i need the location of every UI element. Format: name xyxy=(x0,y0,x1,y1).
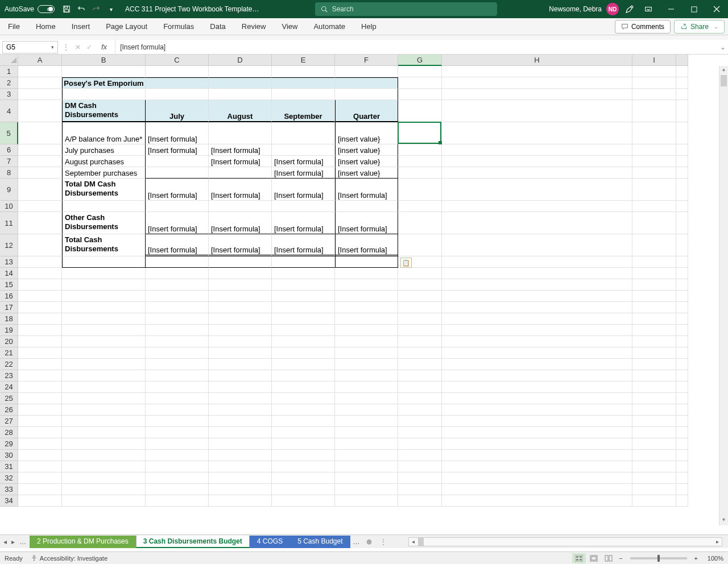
row-header-9[interactable]: 9 xyxy=(0,179,18,201)
cell-F4[interactable]: Quarter xyxy=(335,100,398,122)
tab-page-layout[interactable]: Page Layout xyxy=(98,18,155,35)
cell-E14[interactable] xyxy=(272,268,335,279)
maximize-button[interactable] xyxy=(682,0,705,18)
cell-F15[interactable] xyxy=(335,279,398,291)
cell-5[interactable] xyxy=(676,122,688,144)
row-header-15[interactable]: 15 xyxy=(0,279,18,291)
cell-A14[interactable] xyxy=(18,268,62,279)
cell-6[interactable] xyxy=(676,144,688,156)
cell-I25[interactable] xyxy=(632,393,676,404)
cell-D33[interactable] xyxy=(209,484,272,495)
cell-C12[interactable]: [Insert formula] xyxy=(146,234,209,256)
cell-22[interactable] xyxy=(676,359,688,370)
cell-A27[interactable] xyxy=(18,416,62,427)
row-header-31[interactable]: 31 xyxy=(0,461,18,472)
cell-B7[interactable]: August purchases xyxy=(62,156,146,167)
cell-H27[interactable] xyxy=(442,416,632,427)
cell-B25[interactable] xyxy=(62,393,146,404)
column-header-C[interactable]: C xyxy=(146,55,209,66)
cell-I9[interactable] xyxy=(632,179,676,201)
cell-H19[interactable] xyxy=(442,325,632,336)
cell-27[interactable] xyxy=(676,416,688,427)
zoom-slider[interactable] xyxy=(630,557,687,559)
cell-E2[interactable] xyxy=(272,77,335,89)
cell-G14[interactable] xyxy=(398,268,442,279)
cell-H29[interactable] xyxy=(442,438,632,450)
cell-F33[interactable] xyxy=(335,484,398,495)
cell-G30[interactable] xyxy=(398,450,442,461)
sheet-tab-production[interactable]: 2 Production & DM Purchases xyxy=(30,536,136,548)
cell-D7[interactable]: [Insert formula] xyxy=(209,156,272,167)
sheet-nav-more[interactable]: … xyxy=(19,538,26,546)
cell-G10[interactable] xyxy=(398,201,442,212)
cell-I32[interactable] xyxy=(632,472,676,484)
sheet-tab-cash-budget[interactable]: 5 Cash Budget xyxy=(290,536,350,548)
cell-G23[interactable] xyxy=(398,370,442,381)
cell-H25[interactable] xyxy=(442,393,632,404)
cell-3[interactable] xyxy=(676,89,688,100)
cell-F13[interactable] xyxy=(335,256,398,268)
cell-E24[interactable] xyxy=(272,381,335,393)
cell-F22[interactable] xyxy=(335,359,398,370)
cell-G9[interactable] xyxy=(398,179,442,201)
cell-D22[interactable] xyxy=(209,359,272,370)
cell-E20[interactable] xyxy=(272,336,335,347)
close-button[interactable] xyxy=(705,0,728,18)
cell-G21[interactable] xyxy=(398,347,442,359)
column-header-E[interactable]: E xyxy=(272,55,335,66)
row-header-6[interactable]: 6 xyxy=(0,144,18,156)
cell-I34[interactable] xyxy=(632,495,676,507)
cell-D16[interactable] xyxy=(209,291,272,302)
cell-8[interactable] xyxy=(676,167,688,179)
spreadsheet-grid[interactable]: ABCDEFGHI 123456789101112131415161718192… xyxy=(0,55,728,525)
cell-C29[interactable] xyxy=(146,438,209,450)
cell-17[interactable] xyxy=(676,302,688,313)
cell-A17[interactable] xyxy=(18,302,62,313)
tab-file[interactable]: File xyxy=(0,18,28,35)
row-header-24[interactable]: 24 xyxy=(0,381,18,393)
cell-C13[interactable] xyxy=(146,256,209,268)
ribbon-options-icon[interactable] xyxy=(637,0,660,18)
cell-7[interactable] xyxy=(676,156,688,167)
cell-F26[interactable] xyxy=(335,404,398,416)
tab-automate[interactable]: Automate xyxy=(305,18,353,35)
cell-E10[interactable] xyxy=(272,201,335,212)
tab-data[interactable]: Data xyxy=(202,18,233,35)
cell-21[interactable] xyxy=(676,347,688,359)
cell-C5[interactable]: [Insert formula] xyxy=(146,122,209,144)
tab-help[interactable]: Help xyxy=(353,18,384,35)
cell-D12[interactable]: [Insert formula] xyxy=(209,234,272,256)
cell-14[interactable] xyxy=(676,268,688,279)
cell-H15[interactable] xyxy=(442,279,632,291)
cell-C3[interactable] xyxy=(146,89,209,100)
cell-B10[interactable] xyxy=(62,201,146,212)
cell-F6[interactable]: [insert value} xyxy=(335,144,398,156)
cell-A11[interactable] xyxy=(18,212,62,234)
cell-I11[interactable] xyxy=(632,212,676,234)
cell-B6[interactable]: July purchases xyxy=(62,144,146,156)
cell-E17[interactable] xyxy=(272,302,335,313)
cell-D23[interactable] xyxy=(209,370,272,381)
cell-F24[interactable] xyxy=(335,381,398,393)
cell-G3[interactable] xyxy=(398,89,442,100)
cell-H31[interactable] xyxy=(442,461,632,472)
row-header-12[interactable]: 12 xyxy=(0,234,18,256)
cell-16[interactable] xyxy=(676,291,688,302)
cell-D19[interactable] xyxy=(209,325,272,336)
cell-F8[interactable]: [insert value} xyxy=(335,167,398,179)
cell-I6[interactable] xyxy=(632,144,676,156)
cell-G28[interactable] xyxy=(398,427,442,438)
cell-H18[interactable] xyxy=(442,313,632,325)
cell-F7[interactable]: [insert value} xyxy=(335,156,398,167)
cell-E4[interactable]: September xyxy=(272,100,335,122)
cell-C34[interactable] xyxy=(146,495,209,507)
cell-B4[interactable]: DM Cash Disbursements xyxy=(62,100,146,122)
cell-F32[interactable] xyxy=(335,472,398,484)
cell-D27[interactable] xyxy=(209,416,272,427)
cell-H14[interactable] xyxy=(442,268,632,279)
cell-H24[interactable] xyxy=(442,381,632,393)
cell-I8[interactable] xyxy=(632,167,676,179)
cell-A13[interactable] xyxy=(18,256,62,268)
cell-B31[interactable] xyxy=(62,461,146,472)
fx-icon[interactable]: fx xyxy=(98,43,110,51)
